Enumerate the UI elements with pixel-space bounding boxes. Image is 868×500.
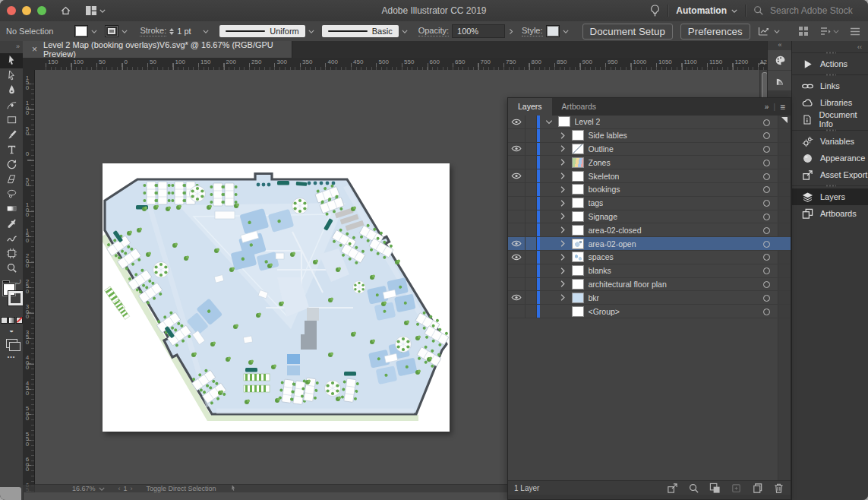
layer-name[interactable]: Skeleton [589, 172, 620, 181]
layer-thumbnail[interactable] [572, 279, 584, 290]
arrange-documents-control[interactable] [819, 27, 839, 36]
target-circle[interactable] [763, 295, 770, 302]
target-circle[interactable] [763, 173, 770, 180]
dock-button-variables[interactable]: Variables [792, 133, 868, 150]
artboard[interactable] [103, 163, 450, 432]
lock-toggle[interactable] [526, 143, 537, 156]
layer-name[interactable]: Zones [589, 158, 611, 167]
layer-thumbnail[interactable] [572, 198, 584, 208]
lock-toggle[interactable] [526, 305, 537, 318]
graph-style-control[interactable] [758, 26, 780, 36]
menu-icon[interactable] [850, 27, 860, 36]
zoom-level-control[interactable]: 16.67% [72, 485, 105, 492]
layer-row[interactable]: architectural floor plan [508, 278, 791, 292]
visibility-toggle[interactable] [508, 156, 526, 169]
layer-name[interactable]: area-02-closed [589, 226, 642, 235]
layer-row[interactable]: bookings [508, 183, 791, 197]
target-circle[interactable] [763, 214, 770, 220]
collapse-panels-button[interactable]: ‹‹ [792, 41, 868, 52]
brush-definition[interactable]: Basic [322, 25, 408, 37]
layer-name[interactable]: bkr [589, 293, 600, 302]
layer-thumbnail[interactable] [572, 239, 584, 249]
panel-tab-artboards[interactable]: Artboards [552, 98, 607, 116]
adobe-stock-search[interactable] [753, 5, 859, 17]
opacity-label[interactable]: Opacity: [418, 26, 449, 36]
rectangle-tool[interactable] [0, 112, 23, 128]
gradient-tool[interactable] [0, 201, 23, 217]
new-layer-button[interactable] [752, 483, 763, 494]
drawing-modes-button[interactable]: ◒ [0, 324, 23, 337]
lock-toggle[interactable] [526, 223, 537, 236]
collapse-dock-button[interactable]: « [768, 41, 792, 50]
layer-row[interactable]: Zones [508, 156, 791, 169]
visibility-toggle[interactable] [508, 291, 526, 304]
visibility-toggle[interactable] [508, 197, 526, 210]
v-ruler[interactable]: 1501005005010015020025030035040045050055… [23, 70, 35, 492]
layer-thumbnail[interactable] [572, 130, 584, 141]
disclosure-arrow[interactable] [558, 238, 567, 249]
disclosure-arrow[interactable] [558, 210, 567, 222]
color-panel-button[interactable] [768, 50, 792, 71]
layer-name[interactable]: <Group> [589, 307, 620, 316]
layer-thumbnail[interactable] [572, 306, 584, 317]
layer-row[interactable]: tags [508, 197, 791, 210]
make-clipping-mask-button[interactable] [709, 483, 721, 494]
dock-button-artboards[interactable]: Artboards [792, 205, 868, 222]
stroke-stepper[interactable] [169, 28, 174, 35]
layer-thumbnail[interactable] [572, 265, 584, 276]
layer-thumbnail[interactable] [572, 211, 584, 222]
shaper-tool[interactable] [0, 231, 23, 246]
stroke-swatch[interactable] [105, 25, 118, 37]
disclosure-arrow[interactable] [558, 130, 567, 141]
swap-fill-stroke-button[interactable]: ⤾ [16, 279, 21, 286]
chevron-right-icon[interactable] [510, 28, 513, 34]
lock-toggle[interactable] [526, 278, 537, 291]
panel-tab-layers[interactable]: Layers [508, 98, 552, 116]
lock-toggle[interactable] [526, 116, 537, 128]
close-tab-icon[interactable]: × [32, 44, 37, 55]
layer-row[interactable]: Skeleton [508, 169, 791, 183]
more-tools-button[interactable]: ••• [0, 350, 23, 363]
target-circle[interactable] [763, 281, 770, 288]
delete-selection-button[interactable] [773, 483, 784, 494]
stroke-color-control[interactable] [105, 25, 128, 37]
disclosure-arrow[interactable] [558, 157, 567, 168]
ruler-corner[interactable] [23, 58, 35, 71]
minimize-window-button[interactable] [22, 6, 31, 15]
fill-color-control[interactable] [74, 25, 97, 37]
layer-name[interactable]: tags [589, 198, 604, 207]
none-button[interactable] [16, 317, 23, 324]
disclosure-arrow[interactable] [558, 265, 567, 277]
color-button[interactable] [1, 317, 8, 324]
visibility-toggle[interactable] [508, 305, 526, 318]
visibility-toggle[interactable] [508, 143, 526, 156]
h-ruler[interactable]: 1501005005010015020025030035040045050055… [34, 58, 767, 71]
dock-button-actions[interactable]: Actions [792, 55, 868, 72]
layer-row[interactable]: area-02-closed [508, 223, 791, 237]
panel-expand-icon[interactable]: » [765, 103, 769, 111]
selection-tool[interactable] [0, 53, 23, 68]
dock-button-links[interactable]: Links [792, 78, 868, 94]
visibility-toggle[interactable] [508, 169, 526, 182]
artboard-tool[interactable] [0, 246, 23, 261]
new-sublayer-button[interactable] [731, 483, 742, 494]
document-tab[interactable]: × Level 2 Map (booking overlays)V6.svg* … [23, 41, 292, 58]
eraser-tool[interactable] [0, 172, 23, 187]
eyedropper-tool[interactable] [0, 217, 23, 232]
grid-view-icon[interactable] [798, 26, 809, 36]
opacity-value[interactable]: 100% [452, 24, 505, 38]
visibility-toggle[interactable] [508, 264, 526, 277]
lock-toggle[interactable] [526, 264, 537, 277]
type-tool[interactable] [0, 142, 23, 157]
paintbrush-tool[interactable] [0, 128, 23, 143]
layer-name[interactable]: spaces [589, 252, 614, 261]
visibility-toggle[interactable] [508, 116, 526, 128]
disclosure-arrow[interactable] [558, 143, 567, 154]
direct-selection-tool[interactable] [0, 68, 23, 84]
stroke-label[interactable]: Stroke: [140, 26, 166, 36]
visibility-toggle[interactable] [508, 210, 526, 223]
curvature-tool[interactable] [0, 98, 23, 113]
close-window-button[interactable] [7, 6, 16, 15]
lock-toggle[interactable] [526, 169, 537, 182]
layer-thumbnail[interactable] [572, 184, 584, 195]
